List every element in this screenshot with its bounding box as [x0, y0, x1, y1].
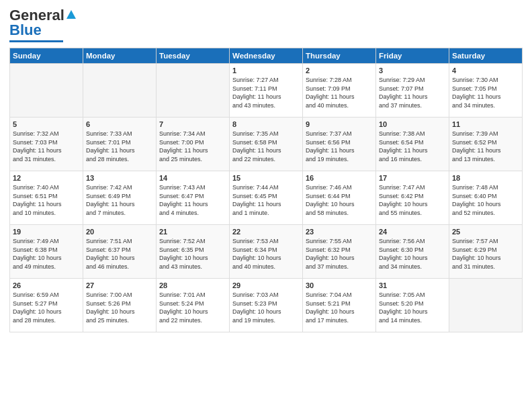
day-cell-28: 28Sunrise: 7:01 AM Sunset: 5:24 PM Dayli… — [157, 279, 230, 332]
day-number: 26 — [13, 281, 80, 289]
day-info: Sunrise: 7:37 AM Sunset: 6:56 PM Dayligh… — [306, 130, 373, 163]
day-info: Sunrise: 7:40 AM Sunset: 6:51 PM Dayligh… — [13, 183, 80, 217]
day-info: Sunrise: 7:48 AM Sunset: 6:40 PM Dayligh… — [452, 183, 519, 217]
day-info: Sunrise: 7:51 AM Sunset: 6:37 PM Dayligh… — [86, 237, 153, 271]
day-info: Sunrise: 7:38 AM Sunset: 6:54 PM Dayligh… — [379, 130, 446, 163]
day-number: 28 — [159, 281, 226, 289]
day-info: Sunrise: 7:49 AM Sunset: 6:38 PM Dayligh… — [13, 237, 80, 271]
calendar-body: 1Sunrise: 7:27 AM Sunset: 7:11 PM Daylig… — [10, 64, 523, 332]
day-number: 23 — [306, 228, 373, 236]
day-info: Sunrise: 7:32 AM Sunset: 7:03 PM Dayligh… — [13, 130, 80, 163]
day-number: 14 — [159, 174, 226, 182]
day-number: 13 — [86, 174, 153, 182]
day-number: 25 — [452, 228, 519, 236]
day-cell-26: 26Sunrise: 6:59 AM Sunset: 5:27 PM Dayli… — [10, 279, 83, 332]
logo-triangle-icon — [66, 10, 76, 19]
day-cell-23: 23Sunrise: 7:55 AM Sunset: 6:32 PM Dayli… — [303, 225, 376, 279]
week-row-4: 19Sunrise: 7:49 AM Sunset: 6:38 PM Dayli… — [10, 225, 523, 279]
day-number: 15 — [232, 174, 300, 182]
day-number: 2 — [306, 66, 373, 75]
day-header-thursday: Thursday — [303, 48, 376, 64]
day-cell-9: 9Sunrise: 7:37 AM Sunset: 6:56 PM Daylig… — [303, 118, 376, 171]
day-info: Sunrise: 7:39 AM Sunset: 6:52 PM Dayligh… — [452, 130, 519, 163]
logo: General Blue — [9, 7, 76, 42]
calendar-table: SundayMondayTuesdayWednesdayThursdayFrid… — [9, 48, 523, 332]
day-number: 27 — [86, 281, 153, 289]
day-cell-30: 30Sunrise: 7:04 AM Sunset: 5:21 PM Dayli… — [303, 279, 376, 332]
day-cell-24: 24Sunrise: 7:56 AM Sunset: 6:30 PM Dayli… — [376, 225, 449, 279]
header: General Blue — [9, 7, 523, 42]
week-row-3: 12Sunrise: 7:40 AM Sunset: 6:51 PM Dayli… — [10, 171, 523, 225]
day-cell-21: 21Sunrise: 7:52 AM Sunset: 6:35 PM Dayli… — [157, 225, 230, 279]
day-info: Sunrise: 7:52 AM Sunset: 6:35 PM Dayligh… — [159, 237, 226, 271]
day-number: 24 — [379, 228, 446, 236]
day-info: Sunrise: 7:00 AM Sunset: 5:26 PM Dayligh… — [86, 291, 153, 324]
day-cell-4: 4Sunrise: 7:30 AM Sunset: 7:05 PM Daylig… — [449, 64, 523, 118]
day-cell-11: 11Sunrise: 7:39 AM Sunset: 6:52 PM Dayli… — [449, 118, 523, 171]
day-info: Sunrise: 7:04 AM Sunset: 5:21 PM Dayligh… — [306, 291, 373, 324]
day-info: Sunrise: 7:44 AM Sunset: 6:45 PM Dayligh… — [232, 183, 300, 217]
day-cell-27: 27Sunrise: 7:00 AM Sunset: 5:26 PM Dayli… — [83, 279, 157, 332]
day-info: Sunrise: 7:29 AM Sunset: 7:07 PM Dayligh… — [379, 76, 446, 109]
day-number: 6 — [86, 120, 153, 128]
day-number: 8 — [232, 120, 300, 128]
day-number: 5 — [13, 120, 80, 128]
day-cell-10: 10Sunrise: 7:38 AM Sunset: 6:54 PM Dayli… — [376, 118, 449, 171]
day-cell-17: 17Sunrise: 7:47 AM Sunset: 6:42 PM Dayli… — [376, 171, 449, 225]
day-number: 31 — [379, 281, 446, 289]
day-cell-31: 31Sunrise: 7:05 AM Sunset: 5:20 PM Dayli… — [376, 279, 449, 332]
day-number: 12 — [13, 174, 80, 182]
day-number: 3 — [379, 66, 446, 75]
day-info: Sunrise: 7:53 AM Sunset: 6:34 PM Dayligh… — [232, 237, 300, 271]
day-header-wednesday: Wednesday — [230, 48, 303, 64]
day-cell-7: 7Sunrise: 7:34 AM Sunset: 7:00 PM Daylig… — [157, 118, 230, 171]
header-row: SundayMondayTuesdayWednesdayThursdayFrid… — [10, 48, 523, 64]
day-number: 4 — [452, 66, 519, 75]
day-info: Sunrise: 7:01 AM Sunset: 5:24 PM Dayligh… — [159, 291, 226, 324]
day-cell-18: 18Sunrise: 7:48 AM Sunset: 6:40 PM Dayli… — [449, 171, 523, 225]
empty-cell — [157, 64, 230, 118]
day-info: Sunrise: 7:28 AM Sunset: 7:09 PM Dayligh… — [306, 76, 373, 109]
day-number: 16 — [306, 174, 373, 182]
day-info: Sunrise: 7:34 AM Sunset: 7:00 PM Dayligh… — [159, 130, 226, 163]
day-number: 29 — [232, 281, 300, 289]
day-info: Sunrise: 7:27 AM Sunset: 7:11 PM Dayligh… — [232, 76, 300, 109]
day-number: 22 — [232, 228, 300, 236]
empty-cell — [449, 279, 523, 332]
day-info: Sunrise: 7:05 AM Sunset: 5:20 PM Dayligh… — [379, 291, 446, 324]
day-number: 1 — [232, 66, 300, 75]
day-info: Sunrise: 7:33 AM Sunset: 7:01 PM Dayligh… — [86, 130, 153, 163]
day-cell-3: 3Sunrise: 7:29 AM Sunset: 7:07 PM Daylig… — [376, 64, 449, 118]
day-info: Sunrise: 7:03 AM Sunset: 5:23 PM Dayligh… — [232, 291, 300, 324]
calendar-header: SundayMondayTuesdayWednesdayThursdayFrid… — [10, 48, 523, 64]
day-info: Sunrise: 6:59 AM Sunset: 5:27 PM Dayligh… — [13, 291, 80, 324]
empty-cell — [10, 64, 83, 118]
week-row-2: 5Sunrise: 7:32 AM Sunset: 7:03 PM Daylig… — [10, 118, 523, 171]
day-info: Sunrise: 7:56 AM Sunset: 6:30 PM Dayligh… — [379, 237, 446, 271]
day-cell-14: 14Sunrise: 7:43 AM Sunset: 6:47 PM Dayli… — [157, 171, 230, 225]
day-number: 9 — [306, 120, 373, 128]
day-cell-8: 8Sunrise: 7:35 AM Sunset: 6:58 PM Daylig… — [230, 118, 303, 171]
day-header-friday: Friday — [376, 48, 449, 64]
day-number: 20 — [86, 228, 153, 236]
day-info: Sunrise: 7:35 AM Sunset: 6:58 PM Dayligh… — [232, 130, 300, 163]
day-info: Sunrise: 7:57 AM Sunset: 6:29 PM Dayligh… — [452, 237, 519, 271]
day-number: 17 — [379, 174, 446, 182]
day-header-sunday: Sunday — [10, 48, 83, 64]
day-cell-5: 5Sunrise: 7:32 AM Sunset: 7:03 PM Daylig… — [10, 118, 83, 171]
day-number: 30 — [306, 281, 373, 289]
logo-blue: Blue — [9, 21, 42, 39]
day-info: Sunrise: 7:43 AM Sunset: 6:47 PM Dayligh… — [159, 183, 226, 217]
day-info: Sunrise: 7:42 AM Sunset: 6:49 PM Dayligh… — [86, 183, 153, 217]
day-number: 7 — [159, 120, 226, 128]
day-cell-12: 12Sunrise: 7:40 AM Sunset: 6:51 PM Dayli… — [10, 171, 83, 225]
day-cell-2: 2Sunrise: 7:28 AM Sunset: 7:09 PM Daylig… — [303, 64, 376, 118]
day-header-tuesday: Tuesday — [157, 48, 230, 64]
day-header-saturday: Saturday — [449, 48, 523, 64]
day-info: Sunrise: 7:30 AM Sunset: 7:05 PM Dayligh… — [452, 76, 519, 109]
day-cell-22: 22Sunrise: 7:53 AM Sunset: 6:34 PM Dayli… — [230, 225, 303, 279]
day-info: Sunrise: 7:55 AM Sunset: 6:32 PM Dayligh… — [306, 237, 373, 271]
week-row-5: 26Sunrise: 6:59 AM Sunset: 5:27 PM Dayli… — [10, 279, 523, 332]
day-cell-29: 29Sunrise: 7:03 AM Sunset: 5:23 PM Dayli… — [230, 279, 303, 332]
day-number: 18 — [452, 174, 519, 182]
